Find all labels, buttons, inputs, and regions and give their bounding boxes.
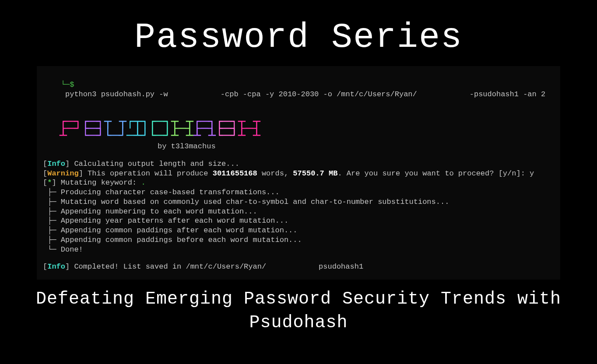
terminal-window: └─$ python3 psudohash.py -w -cpb -cpa -y… (37, 66, 560, 280)
prompt-prefix: └─$ (61, 80, 74, 89)
step-line: ├─ Appending year patterns after each wo… (43, 216, 554, 226)
step-line: ├─ Appending common paddings before each… (43, 235, 554, 245)
info-line: [Info] Calculating output length and siz… (43, 159, 554, 169)
word-count: 3011655168 (213, 169, 257, 178)
page-subtitle: Defeating Emerging Password Security Tre… (26, 287, 571, 335)
warning-line: [Warning] This operation will produce 30… (43, 169, 554, 178)
step-line: └─ Done! (43, 245, 554, 255)
info-label: Info (47, 262, 65, 271)
mutating-line: [*] Mutating keyword: . (43, 178, 554, 188)
info-label: Info (47, 160, 65, 168)
step-line: ├─ Appending numbering to each word muta… (43, 207, 554, 217)
step-line: ├─ Producing character case-based transf… (43, 188, 554, 197)
page-title: Password Series (0, 0, 597, 66)
completed-line: [Info] Completed! List saved in /mnt/c/U… (43, 262, 554, 272)
command-text-3: -psudohash1 -an 2 (470, 90, 545, 98)
command-text-2: -cpb -cpa -y 2010-2030 -o /mnt/c/Users/R… (221, 90, 417, 98)
warning-label: Warning (47, 169, 78, 178)
size-mb: 57550.7 MB (293, 169, 337, 178)
step-line: ├─ Mutating word based on commonly used … (43, 197, 554, 207)
command-text: python3 psudohash.py -w (61, 90, 172, 98)
byline: by t3l3machus (158, 142, 554, 151)
prompt-line: └─$ python3 psudohash.py -w -cpb -cpa -y… (43, 70, 554, 108)
star-label: * (47, 178, 52, 187)
step-line: ├─ Appending common paddings after each … (43, 226, 554, 235)
psudohash-logo: ┌─┐ ┌─┐ ┬ ┬ ┌┬┐ ┌─┐ ┬ ┬ ┌─┐ ┌─┐ ┬ ┬ ├─┘ … (60, 118, 554, 139)
